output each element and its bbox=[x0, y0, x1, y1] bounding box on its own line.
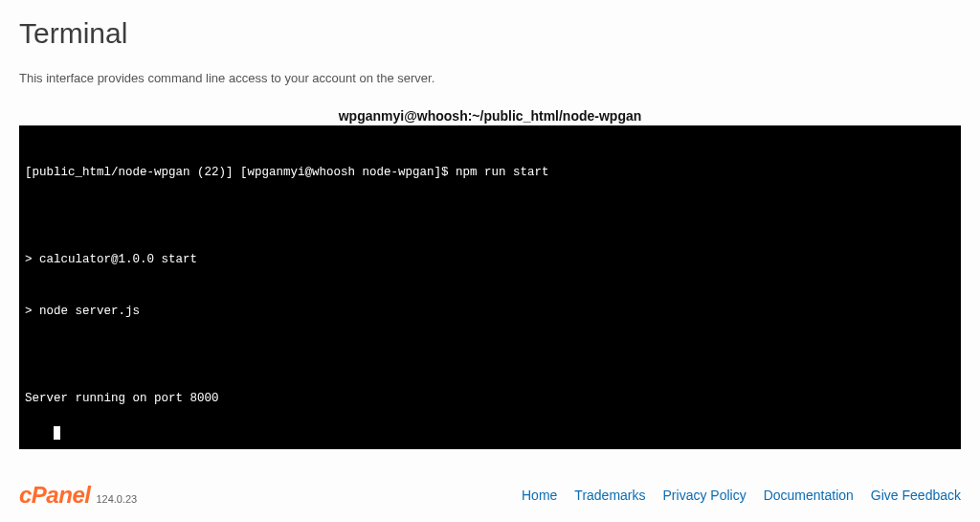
page-description: This interface provides command line acc… bbox=[19, 71, 961, 85]
terminal-console[interactable]: [public_html/node-wpgan (22)] [wpganmyi@… bbox=[19, 125, 961, 449]
terminal-line: Server running on port 8000 bbox=[25, 390, 955, 407]
footer-brand-block: cPanel 124.0.23 bbox=[19, 482, 137, 509]
terminal-line: > node server.js bbox=[25, 303, 955, 320]
terminal-session-title: wpganmyi@whoosh:~/public_html/node-wpgan bbox=[19, 108, 961, 124]
footer-link-home[interactable]: Home bbox=[522, 488, 557, 503]
page-title: Terminal bbox=[19, 17, 961, 50]
terminal-cursor bbox=[54, 426, 60, 440]
footer: cPanel 124.0.23 Home Trademarks Privacy … bbox=[19, 482, 961, 509]
terminal-line: [public_html/node-wpgan (22)] [wpganmyi@… bbox=[25, 164, 955, 181]
footer-links: Home Trademarks Privacy Policy Documenta… bbox=[522, 488, 961, 503]
footer-version: 124.0.23 bbox=[96, 493, 137, 505]
footer-link-trademarks[interactable]: Trademarks bbox=[574, 488, 645, 503]
cpanel-logo: cPanel bbox=[19, 482, 90, 509]
footer-link-privacy-policy[interactable]: Privacy Policy bbox=[663, 488, 746, 503]
terminal-line: > calculator@1.0.0 start bbox=[25, 251, 955, 268]
footer-link-give-feedback[interactable]: Give Feedback bbox=[871, 488, 961, 503]
footer-link-documentation[interactable]: Documentation bbox=[764, 488, 854, 503]
